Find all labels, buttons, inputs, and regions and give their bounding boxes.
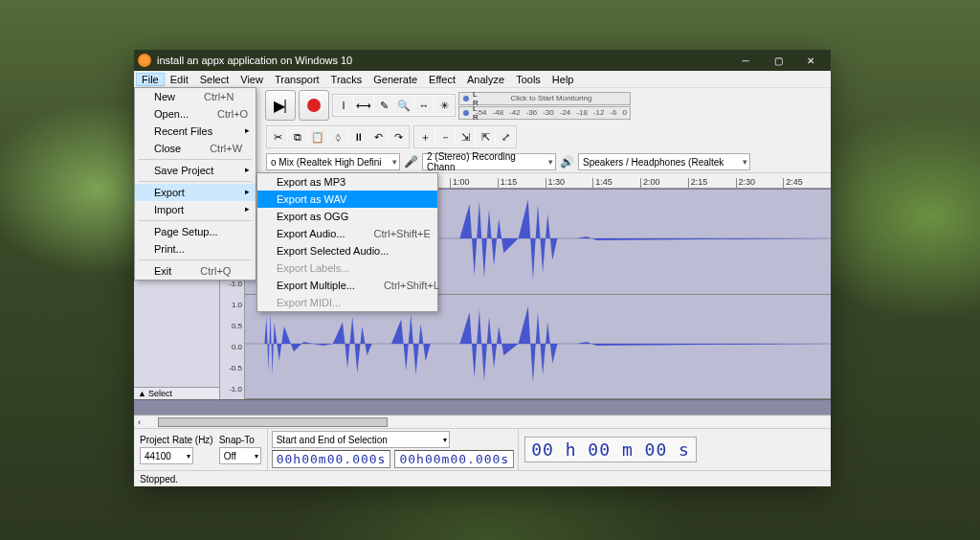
playback-meter[interactable]: LR -54-48-42-36-30-24-18-12-60 [458, 106, 631, 120]
copy-icon[interactable]: ⧉ [288, 127, 307, 146]
skip-end-button[interactable]: ▶| [265, 90, 296, 121]
file-menu-item-7[interactable]: Export [135, 184, 256, 201]
record-icon [307, 99, 321, 112]
snap-to-label: Snap-To [219, 435, 261, 445]
zoom-out-icon[interactable]: － [435, 127, 455, 146]
status-text: Stopped. [140, 474, 178, 484]
envelope-tool-icon[interactable]: ⟷ [354, 96, 373, 115]
cut-icon[interactable]: ✂ [268, 127, 287, 146]
record-button[interactable] [299, 90, 329, 121]
project-rate-select[interactable]: 44100 [140, 447, 193, 464]
edit-tools-group: ✂ ⧉ 📋 ⎀ ⏸ ↶ ↷ [266, 125, 410, 148]
record-meter[interactable]: LR Click to Start Monitoring [458, 92, 631, 105]
tools-group: I ⟷ ✎ 🔍 ↔ ✳ [332, 94, 456, 117]
audio-host-select[interactable]: o Mix (Realtek High Defini [266, 153, 400, 170]
file-menu-item-5[interactable]: Save Project [135, 162, 256, 179]
export-menu-item-0[interactable]: Export as MP3 [257, 173, 437, 191]
export-submenu: Export as MP3Export as WAVExport as OGGE… [256, 172, 438, 312]
titlebar: install an appx application on Windows 1… [134, 50, 831, 71]
export-menu-item-4[interactable]: Export Selected Audio... [257, 242, 437, 259]
menu-generate[interactable]: Generate [368, 73, 423, 86]
silence-icon[interactable]: ⏸ [348, 127, 368, 146]
project-rate-label: Project Rate (Hz) [140, 435, 213, 445]
snap-to-select[interactable]: Off [219, 447, 261, 464]
statusbar: Stopped. [134, 470, 831, 486]
file-menu-item-3[interactable]: CloseCtrl+W [135, 140, 256, 157]
export-menu-item-3[interactable]: Export Audio...Ctrl+Shift+E [257, 225, 437, 242]
track-select-button[interactable]: ▲ Select [134, 387, 219, 399]
trim-icon[interactable]: ⎀ [328, 127, 347, 146]
menu-edit[interactable]: Edit [165, 73, 194, 86]
file-menu-item-10[interactable]: Page Setup... [135, 223, 256, 240]
redo-icon[interactable]: ↷ [389, 127, 408, 146]
audio-position-time[interactable]: 00 h 00 m 00 s [524, 437, 697, 462]
menu-transport[interactable]: Transport [269, 73, 325, 86]
menu-analyze[interactable]: Analyze [461, 73, 510, 86]
file-menu-item-1[interactable]: Open...Ctrl+O [135, 105, 256, 123]
speaker-icon: 🔊 [560, 155, 574, 169]
app-icon [138, 54, 151, 67]
menu-tracks[interactable]: Tracks [325, 73, 368, 86]
horizontal-scrollbar[interactable]: ‹ [134, 415, 831, 428]
menu-view[interactable]: View [234, 73, 269, 86]
skip-end-icon: ▶| [274, 97, 287, 115]
maximize-button[interactable]: ▢ [762, 50, 794, 71]
menu-file[interactable]: File [136, 73, 165, 86]
file-menu-item-0[interactable]: NewCtrl+N [135, 88, 256, 105]
file-menu-dropdown: NewCtrl+NOpen...Ctrl+ORecent FilesCloseC… [134, 87, 256, 281]
file-menu-item-2[interactable]: Recent Files [135, 123, 256, 140]
fit-project-icon[interactable]: ⇱ [476, 127, 495, 146]
fit-selection-icon[interactable]: ⇲ [456, 127, 475, 146]
scrollbar-thumb[interactable] [158, 417, 388, 427]
selection-tool-icon[interactable]: I [334, 96, 353, 115]
zoom-tool-icon[interactable]: 🔍 [394, 96, 413, 115]
menu-effect[interactable]: Effect [423, 73, 461, 86]
zoom-in-icon[interactable]: ＋ [415, 127, 434, 146]
menu-tools[interactable]: Tools [510, 73, 546, 86]
export-menu-item-7: Export MIDI... [257, 294, 437, 311]
file-menu-item-8[interactable]: Import [135, 201, 256, 218]
menu-select[interactable]: Select [194, 73, 235, 86]
export-menu-item-5: Export Labels... [257, 259, 437, 277]
export-menu-item-2[interactable]: Export as OGG [257, 208, 437, 225]
draw-tool-icon[interactable]: ✎ [374, 96, 393, 115]
playback-meter-ticks: -54-48-42-36-30-24-18-12-60 [459, 107, 630, 119]
file-menu-item-13[interactable]: ExitCtrl+Q [135, 262, 256, 280]
paste-icon[interactable]: 📋 [308, 127, 327, 146]
undo-icon[interactable]: ↶ [368, 127, 388, 146]
zoom-toggle-icon[interactable]: ⤢ [496, 127, 515, 146]
record-meter-hint: Click to Start Monitoring [459, 93, 630, 104]
selection-mode-select[interactable]: Start and End of Selection [272, 431, 450, 448]
selection-start-time[interactable]: 00h00m00.000s [272, 450, 391, 468]
track-scroll-area: ‹ [134, 399, 831, 428]
close-button[interactable]: ✕ [794, 50, 827, 71]
playback-device-select[interactable]: Speakers / Headphones (Realtek [578, 153, 750, 170]
window-title: install an appx application on Windows 1… [157, 55, 729, 66]
menu-help[interactable]: Help [546, 73, 580, 86]
multi-tool-icon[interactable]: ✳ [434, 96, 454, 115]
export-menu-item-1[interactable]: Export as WAV [257, 191, 437, 208]
selection-end-time[interactable]: 00h00m00.000s [394, 450, 514, 468]
menubar: File Edit Select View Transport Tracks G… [134, 71, 831, 88]
mic-icon: 🎤 [404, 155, 418, 169]
selection-toolbar: Project Rate (Hz) 44100 Snap-To Off Star… [134, 428, 831, 470]
export-menu-item-6[interactable]: Export Multiple...Ctrl+Shift+L [257, 277, 437, 294]
file-menu-item-11[interactable]: Print... [135, 240, 256, 258]
timeshift-tool-icon[interactable]: ↔ [414, 96, 434, 115]
zoom-tools-group: ＋ － ⇲ ⇱ ⤢ [413, 125, 517, 148]
rec-channels-select[interactable]: 2 (Stereo) Recording Chann [422, 153, 556, 170]
minimize-button[interactable]: ─ [729, 50, 762, 71]
